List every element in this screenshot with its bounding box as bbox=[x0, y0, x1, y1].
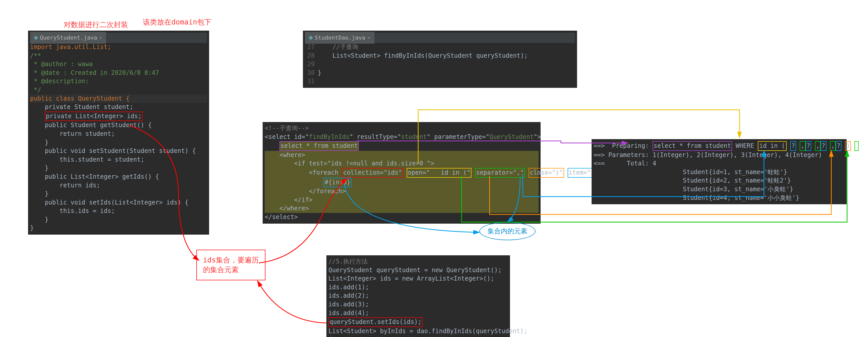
ids-note-line: ids集合，要遍历 bbox=[203, 255, 259, 265]
code-line: } bbox=[318, 69, 321, 76]
gutter: 27 bbox=[305, 43, 318, 52]
code-line: public void setStudent(Student student) … bbox=[30, 147, 196, 155]
code-line: } bbox=[30, 164, 49, 172]
code-line: this.student = student; bbox=[30, 156, 144, 163]
code-line: /** bbox=[30, 52, 41, 59]
blue-ellipse: 集合内的元素 bbox=[479, 222, 535, 240]
console-row: Student{id=1, st_name='蛙蛙'} bbox=[683, 169, 787, 176]
code-line: //子查询 bbox=[318, 44, 358, 51]
code-line: ids.add(1); bbox=[329, 284, 369, 291]
inid-box: #{inid} bbox=[323, 178, 351, 188]
code-line: ids.add(4); bbox=[329, 309, 369, 316]
code-line: List<Student> findByInIds(QueryStudent q… bbox=[318, 52, 528, 59]
exec-editor: //5.执行方法 QueryStudent queryStudent = new… bbox=[327, 255, 510, 337]
code-line: </foreach> bbox=[265, 188, 346, 195]
code-line: <where> bbox=[265, 151, 305, 159]
console-params: ==> Parameters: 1(Integer), 2(Integer), … bbox=[594, 151, 822, 159]
code-line: } bbox=[30, 190, 49, 197]
ids-note-line: 的集合元素 bbox=[203, 265, 259, 275]
close-icon[interactable]: × bbox=[99, 34, 102, 41]
xml-select: <select id="findByInIds" resultType="stu… bbox=[265, 133, 541, 140]
code-line: public Student getStudent() { bbox=[30, 121, 152, 129]
code-line: } bbox=[30, 139, 49, 146]
code-line: return ids; bbox=[30, 182, 100, 189]
code-line: this.ids = ids; bbox=[30, 207, 115, 215]
code-line: private Student student; bbox=[30, 104, 133, 111]
gutter: 29 bbox=[305, 60, 318, 69]
tab-label: QueryStudent.java bbox=[40, 34, 97, 42]
gutter: 28 bbox=[305, 52, 318, 60]
console-row: Student{id=4, st_name='小小臭蛙'} bbox=[683, 194, 799, 201]
code-line: */ bbox=[30, 86, 41, 93]
code-line: * @date : Created in 2020/6/8 8:47 bbox=[30, 69, 159, 76]
code-line: * @author : wawa bbox=[30, 60, 93, 68]
console-total: <== Total: 4 bbox=[594, 160, 656, 167]
code-line: //5.执行方法 bbox=[329, 258, 368, 265]
gutter: 30 bbox=[305, 69, 318, 77]
console-output: ==> Preparing: select * from student WHE… bbox=[592, 139, 846, 204]
console-row: Student{id=3, st_name='小臭蛙'} bbox=[683, 186, 793, 193]
code-line: for (Student byInId : byInIds) { bbox=[329, 336, 446, 337]
tab-bar-left: QueryStudent.java × bbox=[30, 33, 207, 43]
close-icon[interactable]: × bbox=[367, 34, 370, 41]
code-line: QueryStudent queryStudent = new QueryStu… bbox=[329, 266, 502, 274]
code-line: List<Integer> ids = new ArrayList<Intege… bbox=[329, 275, 494, 282]
gutter: 31 bbox=[305, 77, 318, 86]
setids-box: queryStudent.setIds(ids); bbox=[329, 317, 423, 327]
close-box: close=")" bbox=[529, 168, 564, 178]
querystudent-editor: QueryStudent.java × import java.util.Lis… bbox=[28, 31, 209, 235]
separator-box: separator="," bbox=[475, 168, 525, 178]
open-box: open=" id in (" bbox=[407, 168, 471, 178]
ids-note-box: ids集合，要遍历 的集合元素 bbox=[196, 250, 266, 280]
code-line: import java.util.List; bbox=[30, 44, 111, 51]
code-line: List<Student> byInIds = dao.findByInIds(… bbox=[329, 328, 527, 335]
code-line: <!--子查询--> bbox=[265, 124, 309, 132]
tab-querystudent[interactable]: QueryStudent.java × bbox=[30, 32, 106, 44]
collection-box: collection="ids" bbox=[342, 168, 403, 178]
code-line: </where> bbox=[265, 205, 309, 212]
annotation-data-wrap: 对数据进行二次封装 bbox=[64, 20, 128, 30]
code-line: return student; bbox=[30, 130, 115, 137]
indent bbox=[30, 113, 45, 120]
ids-field-box: private List<Integer> ids; bbox=[45, 112, 143, 121]
tab-label: StudentDao.java bbox=[315, 34, 365, 42]
code-line: ids.add(2); bbox=[329, 292, 369, 299]
code-line: </if> bbox=[265, 196, 313, 203]
code-line: public void setIds(List<Integer> ids) { bbox=[30, 199, 188, 206]
foreach-line: <foreach collection="ids" open=" id in (… bbox=[265, 169, 614, 176]
tab-icon bbox=[34, 36, 38, 39]
annotation-domain-pkg: 该类放在domain包下 bbox=[143, 17, 211, 27]
studentdao-editor: StudentDao.java × 27 //子查询 28 List<Stude… bbox=[303, 31, 577, 88]
tab-icon bbox=[309, 36, 313, 39]
code-line: public class QueryStudent { bbox=[30, 95, 129, 102]
blue-note-text: 集合内的元素 bbox=[488, 227, 527, 235]
sql-select-box: select * from student bbox=[279, 141, 359, 151]
code-line: } bbox=[30, 216, 49, 223]
xml-editor: <!--子查询--> <select id="findByInIds" resu… bbox=[262, 122, 540, 224]
code-line: <if test="ids !=null and ids.size>0 "> bbox=[265, 160, 434, 167]
console-row: Student{id=2, st_name='蛙蛙2'} bbox=[683, 177, 791, 184]
console-prep: ==> Preparing: select * from student WHE… bbox=[594, 142, 859, 149]
code-line: ids.add(3); bbox=[329, 301, 369, 308]
code-line: </select> bbox=[265, 214, 298, 221]
tab-studentdao[interactable]: StudentDao.java × bbox=[305, 32, 374, 44]
code-line: public List<Integer> getIds() { bbox=[30, 173, 159, 180]
code-line: * @description: bbox=[30, 78, 89, 85]
indent bbox=[265, 142, 279, 149]
tab-bar-dao: StudentDao.java × bbox=[305, 33, 575, 43]
code-line: } bbox=[30, 224, 34, 231]
indent bbox=[265, 179, 323, 186]
